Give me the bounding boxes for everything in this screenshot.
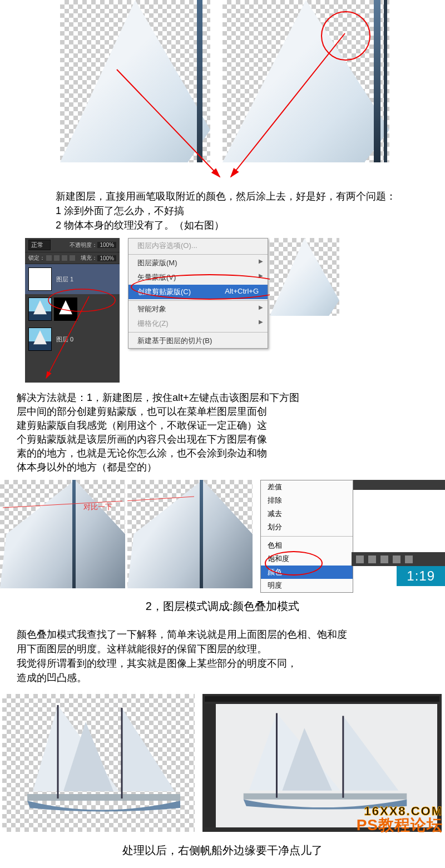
- paragraph-3: 颜色叠加模式我查找了一下解释，简单来说就是用上面图层的色相、饱和度 用下面图层的…: [0, 622, 445, 691]
- menu-item-rasterize[interactable]: 栅格化(Z)▶: [128, 316, 268, 331]
- svg-rect-9: [27, 794, 180, 801]
- caption-final: 处理以后，右侧帆船外边缘要干净点儿了: [0, 835, 445, 860]
- text-line: 新建图层，直接用画笔吸取附近的颜色，然后涂上去，好是好，有两个问题：: [56, 189, 434, 204]
- toolbar-icon[interactable]: [405, 555, 413, 563]
- ps-bottom-toolbar: [352, 552, 445, 566]
- figure-blend-mode-compare: 对比一下 差值 排除 减去 划分 色相 饱和度 颜色 明度 1:19: [0, 480, 445, 591]
- blend-item-divide[interactable]: 划分: [261, 520, 353, 534]
- watermark-text: PS教程论坛: [357, 817, 443, 833]
- menu-item-layer-mask[interactable]: 图层蒙版(M)▶: [128, 256, 268, 270]
- sail-preview-right: [270, 238, 339, 316]
- watermark: 16XX8.COM PS教程论坛: [357, 805, 443, 833]
- figure-top-sail-pair: [0, 0, 445, 183]
- caption-blend-mode: 2，图层模式调成:颜色叠加模式: [0, 591, 445, 622]
- blend-item-luminosity[interactable]: 明度: [261, 579, 353, 592]
- text-line: 体本身以外的地方（都是空的）: [17, 460, 428, 474]
- figure-ps-layer-panel-menu: 正常 不透明度： 100% 锁定： 填充： 100% 图层 1 图层 0: [25, 238, 445, 385]
- text-line: 颜色叠加模式我查找了一下解释，简单来说就是用上面图层的色相、饱和度: [17, 627, 428, 642]
- toolbar-icon[interactable]: [393, 555, 400, 563]
- svg-marker-13: [343, 716, 399, 790]
- svg-marker-7: [122, 708, 175, 791]
- text-line: 1 涂到外面了怎么办，不好搞: [56, 204, 434, 218]
- blend-highlight-ellipse: [265, 551, 323, 576]
- result-left: [2, 694, 195, 832]
- text-line: 素的的地方，也就是无论你怎么涂，也不会涂到杂边和物: [17, 447, 428, 460]
- paragraph-2: 解决方法就是：1，新建图层，按住alt+左键点击该图层和下方图 层中间的部分创建…: [0, 385, 445, 480]
- svg-line-2: [46, 296, 89, 378]
- blend-item-hue[interactable]: 色相: [261, 539, 353, 552]
- svg-line-4: [3, 501, 122, 508]
- time-display: 1:19: [397, 566, 445, 586]
- toolbar-icon[interactable]: [380, 555, 388, 563]
- blend-mode-dropdown[interactable]: 差值 排除 减去 划分 色相 饱和度 颜色 明度: [260, 480, 353, 593]
- watermark-url: 16XX8.COM: [357, 805, 443, 817]
- toolbar-icon[interactable]: [356, 555, 364, 563]
- svg-line-5: [127, 497, 194, 501]
- text-line: 我觉得所谓看到的纹理，其实就是图像上某些部分的明度不同，: [17, 656, 428, 671]
- text-line: 造成的凹凸感。: [17, 671, 428, 685]
- text-line: 2 物体本身的纹理没有了。（如右图）: [56, 218, 434, 232]
- menu-item-layer-content-options[interactable]: 图层内容选项(O)...: [128, 239, 268, 253]
- menu-item-new-layer-slice[interactable]: 新建基于图层的切片(B): [128, 334, 268, 348]
- boat-illustration: [2, 694, 195, 832]
- text-line: 用下面图层的明度。这样就能很好的保留下图层的纹理。: [17, 642, 428, 656]
- toolbar-icon[interactable]: [368, 555, 376, 563]
- blend-item-difference[interactable]: 差值: [261, 480, 353, 494]
- menu-highlight-ellipse: [131, 274, 289, 300]
- menu-item-smart-object[interactable]: 智能对象▶: [128, 302, 268, 316]
- highlight-circle: [321, 11, 370, 61]
- figure-result-compare: 16XX8.COM PS教程论坛: [0, 691, 445, 835]
- paragraph-1: 新建图层，直接用画笔吸取附近的颜色，然后涂上去，好是好，有两个问题： 1 涂到外…: [0, 183, 445, 238]
- red-arrow-layer-indicator: [25, 238, 125, 385]
- blend-item-subtract[interactable]: 减去: [261, 507, 353, 520]
- text-line: 个剪贴蒙版就是该层所画的内容只会出现在下方图层有像: [17, 433, 428, 447]
- text-line: 建剪贴蒙版自我感觉（刚用这个，不敢保证一定正确）这: [17, 419, 428, 433]
- text-line: 层中间的部分创建剪贴蒙版，也可以在菜单栏图层里面创: [17, 405, 428, 419]
- svg-rect-15: [244, 793, 407, 800]
- svg-point-3: [48, 289, 115, 311]
- blend-item-exclusion[interactable]: 排除: [261, 494, 353, 507]
- text-line: 解决方法就是：1，新建图层，按住alt+左键点击该图层和下方图: [17, 391, 428, 405]
